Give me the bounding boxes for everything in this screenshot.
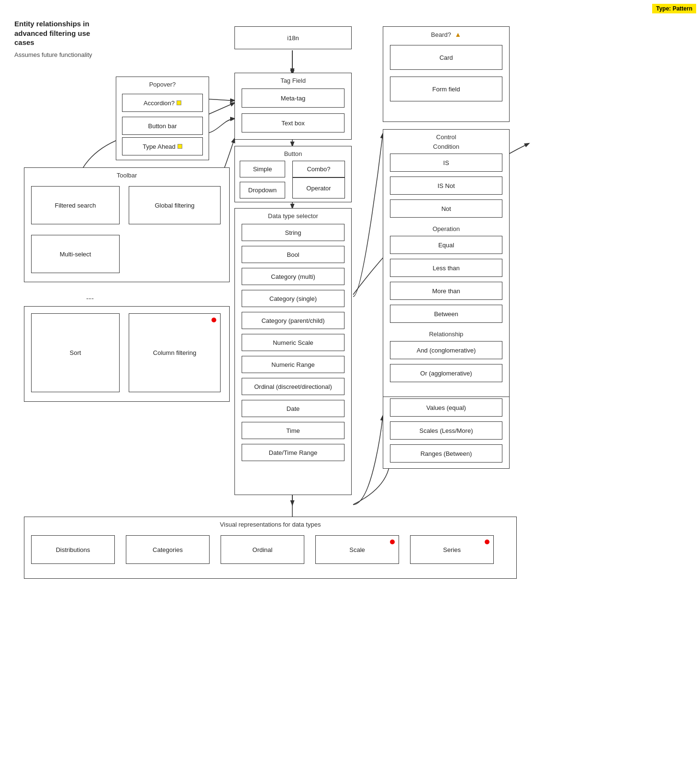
data-type-selector-group: Data type selector String Bool Category … [234, 208, 352, 495]
accordion-box: Accordion? [122, 94, 203, 112]
button-group-label: Button [235, 150, 351, 157]
i18n-box: i18n [234, 26, 352, 49]
less-than-full-box: Less than [390, 259, 502, 277]
beard-warning: ▲ [455, 31, 461, 38]
string-box: String [242, 224, 344, 241]
ranges-box: Ranges (Between) [390, 444, 502, 463]
ordinal-vis-box: Ordinal [221, 535, 304, 564]
time-label: Time [286, 427, 300, 434]
title-block: Entity relationships in advanced filteri… [14, 19, 110, 58]
condition-sublabel: Condition [383, 143, 509, 150]
scale-vis-dot [390, 540, 395, 544]
is-not-full-label: IS Not [437, 182, 455, 189]
scales-label: Scales (Less/More) [420, 427, 473, 434]
page-subtitle: Assumes future functionality [14, 51, 110, 58]
operation-sublabel: Operation [383, 225, 509, 232]
text-box-label: Text box [281, 120, 304, 127]
series-label: Series [443, 546, 461, 553]
accordion-dot [177, 100, 181, 105]
more-than-full-box: More than [390, 282, 502, 300]
distributions-label: Distributions [56, 546, 90, 553]
not-full-box: Not [390, 199, 502, 218]
card-box: Card [390, 45, 502, 70]
categories-label: Categories [153, 546, 183, 553]
column-filtering-label: Column filtering [153, 349, 196, 356]
not-full-label: Not [441, 205, 451, 212]
relationship-sublabel: Relationship [383, 331, 509, 338]
button-bar-box: Button bar [122, 117, 203, 135]
i18n-label: i18n [287, 34, 299, 42]
toolbar-label: Toolbar [24, 172, 229, 179]
tag-field-label: Tag Field [235, 77, 351, 84]
sort-label: Sort [70, 349, 81, 356]
separator: --- [86, 294, 94, 303]
data-type-selector-label: Data type selector [235, 212, 351, 220]
scales-box: Scales (Less/More) [390, 421, 502, 440]
category-single-box: Category (single) [242, 290, 344, 307]
type-ahead-dot [178, 144, 182, 149]
categories-box: Categories [126, 535, 210, 564]
sort-column-group: Sort Column filtering [24, 306, 230, 402]
less-than-full-label: Less than [433, 265, 459, 272]
is-full-label: IS [443, 159, 449, 166]
between-full-box: Between [390, 305, 502, 323]
operator-box: Operator [292, 177, 345, 199]
global-filtering-label: Global filtering [155, 202, 194, 209]
bool-label: Bool [287, 251, 299, 258]
column-filtering-box: Column filtering [129, 313, 221, 392]
dropdown-label: Dropdown [248, 187, 277, 194]
simple-label: Simple [253, 165, 272, 173]
distributions-box: Distributions [31, 535, 115, 564]
type-badge: Type: Pattern [652, 4, 696, 13]
filtered-search-box: Filtered search [31, 186, 120, 224]
equal-full-box: Equal [390, 236, 502, 254]
and-congl-full-label: And (conglomerative) [417, 347, 476, 354]
between-full-label: Between [434, 310, 458, 318]
numeric-scale-label: Numeric Scale [273, 339, 313, 346]
date-box: Date [242, 400, 344, 417]
category-multi-label: Category (multi) [271, 273, 315, 280]
popover-label: Popover? [116, 81, 209, 88]
series-dot [485, 540, 489, 544]
values-equal-box: Values (equal) [390, 398, 502, 417]
datetime-range-label: Date/Time Range [269, 449, 317, 456]
multi-select-box: Multi-select [31, 235, 120, 273]
values-equal-label: Values (equal) [426, 404, 466, 411]
card-label: Card [439, 54, 453, 61]
datetime-range-box: Date/Time Range [242, 444, 344, 461]
scale-vis-box: Scale [315, 535, 399, 564]
tag-field-group: Tag Field Meta-tag Text box [234, 73, 352, 140]
beard-group: Beard? ▲ Card Form field [383, 26, 510, 122]
scale-vis-label: Scale [349, 546, 365, 553]
meta-tag-label: Meta-tag [281, 95, 305, 102]
page-title: Entity relationships in advanced filteri… [14, 19, 110, 47]
numeric-range-box: Numeric Range [242, 356, 344, 373]
or-aggl-full-label: Or (agglomerative) [420, 370, 472, 377]
category-parent-label: Category (parent/child) [261, 317, 324, 324]
form-field-box: Form field [390, 77, 502, 101]
popover-group: Popover? Accordion? Button bar Type Ahea… [116, 77, 209, 160]
combo-label: Combo? [307, 165, 330, 173]
bool-box: Bool [242, 246, 344, 263]
text-box-box: Text box [242, 113, 344, 132]
simple-box: Simple [240, 161, 285, 177]
control-group-full: Control Condition IS IS Not Not Operatio… [383, 129, 510, 397]
filtered-search-label: Filtered search [55, 202, 96, 209]
series-box: Series [410, 535, 494, 564]
control-full-label: Control [383, 133, 509, 141]
ordinal-box: Ordinal (discreet/directional) [242, 378, 344, 395]
string-label: String [285, 229, 301, 236]
or-aggl-full-box: Or (agglomerative) [390, 364, 502, 382]
category-multi-box: Category (multi) [242, 268, 344, 285]
and-congl-full-box: And (conglomerative) [390, 341, 502, 359]
visual-representations-group: Visual representations for data types Di… [24, 517, 517, 579]
combo-box: Combo? [292, 161, 345, 177]
equal-full-label: Equal [438, 242, 454, 249]
category-single-label: Category (single) [269, 295, 317, 302]
numeric-range-label: Numeric Range [271, 361, 314, 368]
button-group-box: Button Simple Combo? Dropdown Operator [234, 146, 352, 202]
ordinal-vis-label: Ordinal [253, 546, 273, 553]
ranges-label: Ranges (Between) [421, 450, 472, 457]
visual-representations-label: Visual representations for data types [24, 521, 516, 528]
meta-tag-box: Meta-tag [242, 88, 344, 108]
